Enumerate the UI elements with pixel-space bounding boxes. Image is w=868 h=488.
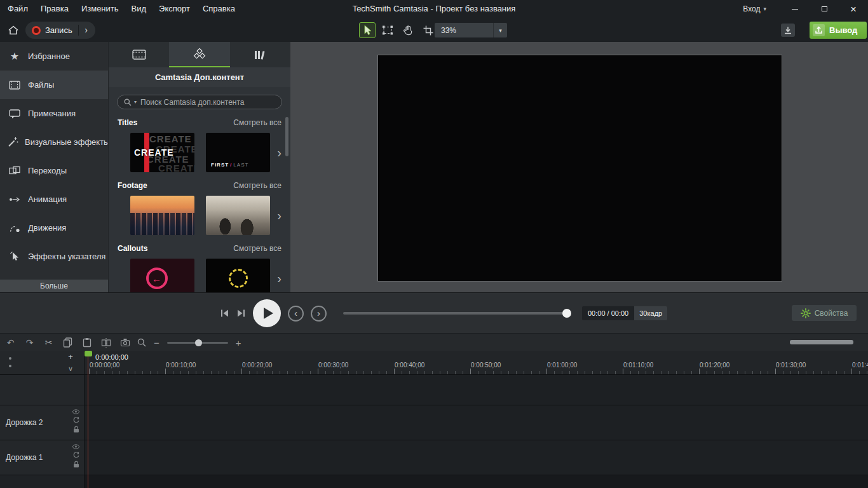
search-caret-icon: ▾ bbox=[134, 99, 137, 105]
copy-button[interactable] bbox=[62, 337, 73, 348]
loop-icon[interactable] bbox=[73, 417, 79, 423]
loop-icon[interactable] bbox=[73, 452, 79, 458]
zoom-in-button[interactable]: + bbox=[236, 338, 241, 348]
library-search[interactable]: ▾ bbox=[117, 95, 282, 109]
import-button[interactable] bbox=[781, 24, 795, 37]
sidebar-item-media[interactable]: Файлы bbox=[0, 71, 108, 99]
eye-icon[interactable] bbox=[72, 444, 79, 449]
camera-button[interactable] bbox=[119, 337, 130, 348]
home-button[interactable] bbox=[5, 22, 22, 37]
tab-camtasia-content[interactable] bbox=[169, 42, 229, 67]
pan-tool[interactable] bbox=[400, 22, 416, 38]
sidebar-item-behaviors[interactable]: Движения bbox=[0, 214, 108, 242]
seek-handle[interactable] bbox=[562, 309, 571, 318]
title-template-thumb-create[interactable]: CREATE CREATE CREATE CREATE CREATE bbox=[130, 133, 194, 172]
redo-button[interactable]: ↷ bbox=[24, 337, 35, 348]
login-button[interactable]: Вход ▾ bbox=[738, 0, 771, 18]
add-track-button[interactable]: + bbox=[64, 352, 77, 362]
last-word: LAST bbox=[233, 162, 248, 168]
download-icon bbox=[783, 26, 792, 34]
see-all-link[interactable]: Смотреть все bbox=[233, 118, 281, 127]
canvas-zoom-select[interactable]: 33% ▾ bbox=[435, 23, 507, 37]
timeline-ruler[interactable]: 0:00:00;00 0:00:10;00 0:00:20;00 0:00:30… bbox=[85, 351, 868, 375]
timeline-zoom-slider[interactable] bbox=[167, 342, 228, 344]
record-options-chevron[interactable]: › bbox=[79, 22, 94, 39]
playhead-handle[interactable] bbox=[85, 351, 92, 356]
export-button[interactable]: Вывод bbox=[810, 22, 867, 39]
track-lane-empty[interactable] bbox=[85, 375, 868, 405]
zoom-icon bbox=[137, 338, 146, 347]
scroll-right-chevron[interactable]: › bbox=[277, 146, 281, 159]
undo-button[interactable]: ↶ bbox=[5, 337, 16, 348]
maximize-button[interactable] bbox=[810, 0, 839, 18]
minimize-button[interactable] bbox=[780, 0, 810, 18]
library-search-input[interactable] bbox=[140, 98, 275, 107]
footage-thumb-office[interactable] bbox=[206, 196, 270, 235]
sidebar-item-annotations[interactable]: Примечания bbox=[0, 99, 108, 128]
section-header-callouts: Callouts Смотреть все bbox=[118, 244, 281, 253]
callout-thumb-arrow[interactable]: ← bbox=[130, 259, 194, 292]
tab-library[interactable] bbox=[230, 42, 290, 67]
scroll-right-chevron[interactable]: › bbox=[277, 272, 281, 285]
timeline-scrollbar[interactable] bbox=[790, 340, 853, 344]
ruler-label: 0:00:40;00 bbox=[395, 362, 424, 369]
track-lane[interactable] bbox=[85, 405, 868, 440]
next-clip-button[interactable]: › bbox=[311, 306, 327, 322]
sidebar-item-visual-effects[interactable]: Визуальные эффекты bbox=[0, 128, 108, 156]
record-button[interactable]: Запись › bbox=[25, 22, 95, 39]
library-panel: Camtasia Доп.контент ▾ Titles Смотреть в… bbox=[108, 42, 290, 292]
seek-slider[interactable] bbox=[343, 312, 570, 315]
menu-modify[interactable]: Изменить bbox=[75, 0, 125, 18]
lock-icon[interactable] bbox=[73, 426, 79, 433]
tab-media-bin[interactable] bbox=[109, 42, 169, 67]
play-icon bbox=[264, 308, 273, 319]
title-template-thumb-firstlast[interactable]: FIRST / LAST bbox=[206, 133, 270, 172]
track-lane[interactable] bbox=[85, 440, 868, 475]
selection-tool[interactable] bbox=[379, 22, 396, 38]
track-header[interactable]: Дорожка 1 bbox=[0, 440, 85, 475]
magic-wand-icon bbox=[8, 137, 18, 147]
cut-button[interactable]: ✂ bbox=[43, 337, 54, 348]
sidebar-more-button[interactable]: Больше bbox=[0, 280, 108, 292]
collapse-tracks-button[interactable]: ∨ bbox=[64, 363, 77, 374]
previous-clip-button[interactable]: ‹ bbox=[288, 306, 304, 322]
menu-help[interactable]: Справка bbox=[196, 0, 241, 18]
cursor-tool[interactable] bbox=[359, 22, 376, 38]
zoom-slider-handle[interactable] bbox=[195, 339, 202, 346]
jump-to-start-button[interactable] bbox=[220, 309, 229, 318]
lock-icon[interactable] bbox=[73, 461, 79, 468]
menu-edit[interactable]: Правка bbox=[34, 0, 75, 18]
scroll-right-chevron[interactable]: › bbox=[277, 209, 281, 222]
track-height-slider[interactable] bbox=[8, 355, 13, 371]
callout-thumb-sketch-circle[interactable] bbox=[206, 259, 270, 292]
see-all-link[interactable]: Смотреть все bbox=[233, 244, 281, 253]
zoom-out-button[interactable]: − bbox=[154, 338, 159, 348]
sidebar-item-transitions[interactable]: Переходы bbox=[0, 156, 108, 185]
time-display-group: 00:00 / 00:00 30кадр bbox=[582, 306, 667, 320]
sidebar-item-animations[interactable]: Анимация bbox=[0, 185, 108, 214]
menu-file[interactable]: Файл bbox=[1, 0, 34, 18]
cubes-icon bbox=[193, 48, 207, 60]
step-forward-button[interactable] bbox=[236, 309, 246, 318]
sidebar-item-favorites[interactable]: ★ Избранное bbox=[0, 42, 108, 71]
eye-icon[interactable] bbox=[72, 409, 79, 414]
menu-view[interactable]: Вид bbox=[125, 0, 153, 18]
fps-display[interactable]: 30кадр bbox=[634, 306, 667, 320]
see-all-link[interactable]: Смотреть все bbox=[233, 181, 281, 190]
menu-export[interactable]: Экспорт bbox=[153, 0, 196, 18]
track-header[interactable]: Дорожка 2 bbox=[0, 405, 85, 440]
playhead-line[interactable] bbox=[88, 356, 88, 488]
play-button[interactable] bbox=[253, 299, 281, 327]
split-button[interactable] bbox=[100, 337, 111, 348]
paste-button[interactable] bbox=[81, 337, 92, 348]
close-button[interactable]: × bbox=[839, 0, 868, 18]
minimize-icon bbox=[792, 9, 798, 10]
library-scrollbar[interactable] bbox=[285, 117, 288, 156]
properties-button[interactable]: Свойства bbox=[792, 305, 857, 321]
sidebar-item-label: Анимация bbox=[28, 194, 67, 204]
footage-thumb-city[interactable] bbox=[130, 196, 194, 235]
cursor-effects-icon bbox=[8, 251, 22, 262]
sidebar-item-cursor-effects[interactable]: Эффекты указателя bbox=[0, 242, 108, 271]
transitions-icon bbox=[8, 166, 22, 175]
video-preview-stage[interactable] bbox=[377, 55, 782, 281]
